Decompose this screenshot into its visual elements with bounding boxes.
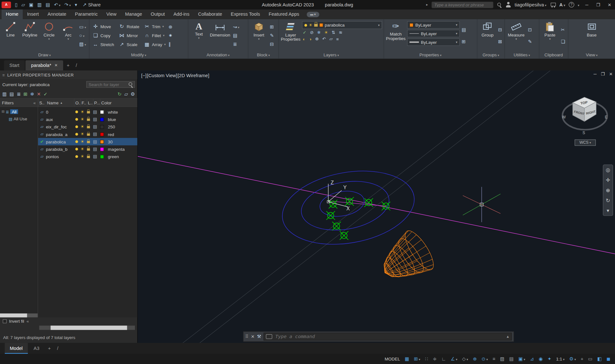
- layer-lock-icon[interactable]: [87, 154, 93, 159]
- erase-tool-icon[interactable]: ⊗: [169, 24, 172, 30]
- new-vp-frozen-layer-icon[interactable]: ❄: [30, 91, 34, 97]
- trim-tool-button[interactable]: ✂Trim: [144, 23, 166, 29]
- panel-title-groups[interactable]: Groups: [477, 51, 504, 59]
- layer-on-icon[interactable]: [75, 155, 78, 158]
- measure-button[interactable]: Measure ▾: [506, 20, 526, 51]
- offset-tool-icon[interactable]: ∥: [169, 42, 171, 47]
- search-icon[interactable]: [497, 2, 502, 7]
- viewport-menu-control[interactable]: [−]: [141, 73, 147, 78]
- ribbon-tab-home[interactable]: Home: [2, 9, 23, 19]
- insert-dropdown-icon[interactable]: ▾: [258, 38, 260, 40]
- ribbon-tab-add-ins[interactable]: Add-ins: [169, 9, 194, 19]
- layer-plot-icon[interactable]: ▤: [93, 154, 100, 159]
- layer-previous-icon[interactable]: ↶: [322, 36, 326, 42]
- object-color-dropdown[interactable]: ByLayer: [407, 21, 460, 28]
- panel-title-annotation[interactable]: Annotation: [188, 51, 248, 59]
- undo-icon[interactable]: ↶: [54, 2, 61, 7]
- layer-lock-icon[interactable]: ◐: [303, 36, 305, 41]
- panel-title-utilities[interactable]: Utilities: [505, 51, 539, 59]
- filter-all-used[interactable]: ▤ All Use: [0, 115, 37, 122]
- layer-unisolate-icon[interactable]: ▱: [329, 36, 333, 42]
- insert-block-button[interactable]: Insert ▾: [250, 20, 268, 51]
- orbit-icon[interactable]: ↻: [606, 198, 610, 203]
- viewport-minimize-button[interactable]: ─: [594, 72, 597, 77]
- graphics-performance-toggle[interactable]: ◧: [595, 356, 604, 362]
- layer-on-icon[interactable]: [75, 133, 78, 136]
- quick-select-icon[interactable]: ⊡: [528, 27, 532, 33]
- tab-start[interactable]: Start: [4, 60, 25, 70]
- clean-screen-toggle[interactable]: ◼: [604, 356, 613, 362]
- annotation-scale-button[interactable]: 1:1: [554, 357, 567, 361]
- snap-mode-toggle[interactable]: ⊞: [411, 356, 423, 362]
- search-expand-icon[interactable]: ▸: [426, 3, 428, 7]
- autoscale-toggle[interactable]: ✦: [545, 356, 554, 362]
- layer-on-icon[interactable]: [75, 148, 78, 150]
- qat-customize-icon[interactable]: ▾: [75, 2, 77, 7]
- isolate-objects-button[interactable]: ▭: [586, 356, 595, 362]
- layer-plot-icon[interactable]: ▤: [93, 109, 100, 114]
- set-current-layer-icon[interactable]: ✓: [44, 91, 47, 97]
- layer-freeze-icon[interactable]: ❄: [317, 30, 320, 35]
- layer-lock-icon[interactable]: [87, 117, 93, 122]
- command-customize-icon[interactable]: ⚒: [257, 334, 261, 339]
- measure-dropdown-icon[interactable]: ▾: [515, 38, 517, 40]
- quick-calc-icon[interactable]: ✎: [528, 39, 532, 44]
- settings-icon[interactable]: ⚙: [131, 91, 135, 97]
- transparency-toggle[interactable]: ▨: [498, 356, 507, 362]
- circle-dropdown-icon[interactable]: ▾: [48, 38, 50, 40]
- command-line-grip[interactable]: ⠿: [245, 334, 249, 339]
- search-icon[interactable]: [128, 82, 133, 87]
- layer-color-swatch[interactable]: [100, 155, 104, 158]
- layer-freeze-icon[interactable]: ☀: [80, 147, 87, 152]
- viewcube-east[interactable]: E: [605, 115, 607, 119]
- create-block-icon[interactable]: ⊞: [270, 24, 274, 30]
- ribbon-tab-manage[interactable]: Manage: [121, 9, 146, 19]
- layer-properties-button[interactable]: Layer Properties: [280, 20, 301, 51]
- move-tool-button[interactable]: ✛Move: [93, 23, 114, 29]
- model-space-toggle[interactable]: MODEL: [382, 357, 403, 361]
- circle-tool-button[interactable]: Circle ▾: [40, 20, 58, 51]
- panel-title-modify[interactable]: Modify: [89, 51, 188, 59]
- invert-filter-checkbox[interactable]: [3, 319, 7, 323]
- copy-clip-icon[interactable]: ❏: [561, 39, 565, 44]
- help-icon[interactable]: ?: [569, 2, 574, 7]
- navbar-more-icon[interactable]: ▾: [607, 208, 609, 214]
- rectangle-tool-icon[interactable]: ▭: [79, 24, 86, 30]
- tab-parabola[interactable]: parabola* ✕: [26, 60, 63, 70]
- layer-unlock-icon[interactable]: ◑: [309, 36, 312, 41]
- layer-row-parabola_a[interactable]: ▱parabola_a☀▤red: [38, 131, 137, 138]
- object-snap-tracking-toggle[interactable]: ⊕: [470, 356, 479, 362]
- ribbon-tab-annotate[interactable]: Annotate: [43, 9, 71, 19]
- layer-search-input[interactable]: [88, 82, 127, 87]
- palette-menu-icon[interactable]: ≡: [2, 72, 5, 77]
- tab-model[interactable]: Model: [5, 343, 28, 354]
- viewport-restore-button[interactable]: ❐: [601, 72, 605, 77]
- table-tool-icon[interactable]: ▤: [233, 33, 237, 38]
- match-properties-button[interactable]: ✑ Match Properties: [386, 20, 406, 51]
- dimension-tool-button[interactable]: Dimension: [209, 20, 231, 51]
- delete-layer-icon[interactable]: ✕: [37, 91, 41, 97]
- view-control[interactable]: [Custom View]: [147, 73, 177, 78]
- layer-on-icon[interactable]: [75, 110, 78, 113]
- layer-color-swatch[interactable]: [100, 147, 104, 151]
- redo-icon[interactable]: ↷: [64, 2, 71, 7]
- dynamic-input-toggle[interactable]: ≑: [430, 356, 439, 362]
- ribbon-tab-collaborate[interactable]: Collaborate: [194, 9, 227, 19]
- layer-make-current-icon[interactable]: ✓: [303, 30, 306, 35]
- layout-overflow-icon[interactable]: /: [54, 343, 61, 353]
- collapse-filters-icon[interactable]: «: [33, 100, 36, 105]
- new-layout-button[interactable]: +: [45, 343, 54, 353]
- paste-button[interactable]: Paste ▾: [541, 20, 559, 51]
- new-property-filter-icon[interactable]: ▥: [2, 91, 7, 97]
- layer-color-swatch[interactable]: [100, 110, 104, 114]
- panel-title-properties[interactable]: Properties: [384, 51, 477, 59]
- tab-close-icon[interactable]: ✕: [54, 60, 58, 70]
- new-group-filter-icon[interactable]: ▤: [10, 91, 14, 97]
- dynamic-ucs-toggle[interactable]: ⊿: [528, 356, 536, 362]
- ortho-mode-toggle[interactable]: ∟: [439, 356, 448, 362]
- collapse-palette-icon[interactable]: «: [27, 319, 29, 324]
- wcs-button[interactable]: WCS: [575, 140, 596, 146]
- block-attributes-icon[interactable]: ⊟: [270, 42, 274, 47]
- lineweight-dropdown[interactable]: ByLayer: [407, 38, 460, 46]
- layer-row-0[interactable]: ▱0☀▤white: [38, 108, 137, 116]
